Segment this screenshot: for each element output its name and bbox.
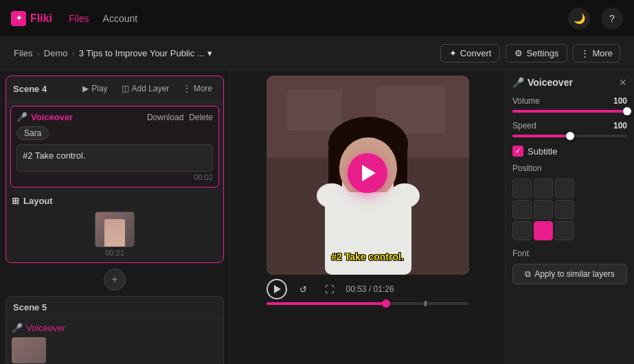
grid-icon: ⊞ (12, 196, 19, 206)
scene-5-thumbnail (12, 337, 46, 363)
progress-thumb[interactable] (382, 299, 390, 308)
help-icon-button[interactable]: ? (601, 8, 623, 30)
settings-button[interactable]: ⚙ Settings (506, 44, 567, 62)
play-button-large[interactable] (348, 153, 387, 193)
voiceover-panel-title: 🎤 Voiceover (512, 77, 573, 88)
pos-cell-bl[interactable] (512, 221, 532, 240)
scene-more-icon: ⋮ (183, 84, 191, 93)
svg-point-14 (389, 183, 420, 208)
close-panel-button[interactable]: ✕ (619, 78, 627, 87)
speed-row: Speed 100 (512, 121, 627, 130)
add-layer-icon: ◫ (122, 84, 129, 93)
play-icon (274, 285, 281, 293)
video-controls: ↺ ⛶ 00:53 / 01:26 (267, 279, 469, 299)
scene-5-card: Scene 5 🎤 Voiceover (5, 296, 224, 364)
nav-account[interactable]: Account (103, 10, 138, 27)
scene-4-header: Scene 4 ▶ Play ◫ Add Layer ⋮ More (6, 76, 223, 102)
svg-point-13 (317, 183, 347, 208)
voiceover-duration: 00:02 (16, 173, 213, 181)
right-panel: 🎤 Voiceover ✕ Volume 100 Speed 100 ✓ (505, 70, 634, 364)
scene-4-title: Scene 4 (13, 84, 73, 94)
progress-container[interactable] (267, 302, 469, 305)
subtitle-overlay: #2 Take control. (327, 250, 408, 264)
loop-button[interactable]: ↺ (294, 280, 313, 299)
fullscreen-button[interactable]: ⛶ (320, 280, 339, 299)
subtitle-row: ✓ Subtitle (512, 146, 627, 157)
breadcrumb-current[interactable]: 3 Tips to Improve Your Public ... ▾ (79, 48, 212, 58)
voiceover-delete-button[interactable]: Delete (189, 113, 213, 122)
logo-text: Fliki (30, 12, 52, 25)
layout-thumbnail[interactable] (95, 212, 135, 247)
subtitle-checkbox[interactable]: ✓ (512, 146, 523, 157)
time-display: 00:53 / 01:26 (346, 284, 394, 294)
moon-icon-button[interactable]: 🌙 (568, 8, 590, 30)
play-triangle-icon (362, 165, 376, 181)
subtitle-label: Subtitle (528, 146, 557, 157)
play-pause-button[interactable] (267, 279, 287, 299)
voiceover-header: 🎤 Voiceover Download Delete (16, 112, 213, 122)
convert-button[interactable]: ✦ Convert (440, 44, 501, 62)
pos-cell-mr[interactable] (555, 200, 574, 219)
plus-icon: + (111, 273, 117, 286)
breadcrumb-bar: Files › Demo › 3 Tips to Improve Your Pu… (0, 37, 634, 70)
speed-value: 100 (613, 121, 627, 130)
top-navigation: ✦ Fliki Files Account 🌙 ? (0, 0, 634, 37)
main-layout: Scene 4 ▶ Play ◫ Add Layer ⋮ More (0, 70, 634, 364)
pos-cell-bc[interactable] (534, 221, 553, 240)
progress-marker (424, 301, 427, 306)
copy-icon: ⧉ (525, 269, 531, 279)
speed-slider-thumb[interactable] (566, 132, 574, 140)
position-grid (512, 179, 627, 240)
position-label: Position (512, 163, 627, 173)
mic-panel-icon: 🎤 (512, 77, 524, 88)
layout-title: ⊞ Layout (12, 196, 218, 206)
scene-4-add-layer-button[interactable]: ◫ Add Layer (117, 82, 174, 95)
apply-similar-layers-button[interactable]: ⧉ Apply to similar layers (512, 264, 627, 284)
volume-value: 100 (613, 96, 627, 106)
volume-slider-thumb[interactable] (623, 107, 631, 115)
layout-preview: 00:21 (12, 212, 218, 257)
layout-thumb-inner (95, 212, 134, 247)
voice-tag[interactable]: Sara (16, 126, 49, 140)
mic-icon: 🎤 (16, 112, 27, 122)
scene-5-content: 🎤 Voiceover (6, 319, 223, 364)
voiceover-download-button[interactable]: Download (147, 113, 183, 122)
breadcrumb-sep-2: › (71, 48, 74, 58)
pos-cell-tr[interactable] (555, 179, 574, 198)
pos-cell-tc[interactable] (534, 179, 553, 198)
scene-4-layout-section: ⊞ Layout 00:21 (6, 192, 223, 262)
nav-files[interactable]: Files (69, 10, 89, 27)
speed-label: Speed (512, 121, 536, 130)
scene-4-more-button[interactable]: ⋮ More (179, 82, 216, 95)
layout-time: 00:21 (105, 249, 124, 257)
loop-icon: ↺ (299, 284, 307, 295)
scene-5-header: Scene 5 (6, 297, 223, 319)
breadcrumb-actions: ✦ Convert ⚙ Settings ⋮ More (440, 44, 620, 62)
speed-slider[interactable] (512, 135, 627, 137)
pos-cell-ml[interactable] (512, 200, 532, 219)
voiceover-actions: Download Delete (147, 113, 213, 122)
progress-fill (267, 302, 386, 305)
scene-4-card: Scene 4 ▶ Play ◫ Add Layer ⋮ More (5, 76, 224, 263)
logo[interactable]: ✦ Fliki (11, 11, 52, 26)
speed-slider-fill (512, 135, 570, 137)
more-button[interactable]: ⋮ More (573, 44, 620, 62)
add-scene-button[interactable]: + (104, 269, 126, 291)
logo-icon: ✦ (11, 11, 26, 26)
progress-track[interactable] (267, 302, 469, 305)
mic-icon-5: 🎤 (12, 323, 23, 333)
scene-4-play-button[interactable]: ▶ Play (78, 82, 111, 95)
voiceover-text[interactable]: #2 Take control. (16, 144, 213, 172)
breadcrumb-dropdown-icon: ▾ (207, 48, 212, 58)
breadcrumb-demo[interactable]: Demo (44, 48, 68, 58)
breadcrumb-files[interactable]: Files (14, 48, 32, 58)
pos-cell-mc[interactable] (534, 200, 553, 219)
left-panel: Scene 4 ▶ Play ◫ Add Layer ⋮ More (0, 70, 230, 364)
volume-label: Volume (512, 96, 540, 106)
center-panel: #2 Take control. ↺ ⛶ 00:53 / 01:26 (230, 70, 505, 364)
layout-figure (104, 219, 125, 247)
voiceover-panel-header: 🎤 Voiceover ✕ (512, 77, 627, 88)
pos-cell-br[interactable] (555, 221, 574, 240)
pos-cell-tl[interactable] (512, 179, 532, 198)
volume-slider[interactable] (512, 110, 627, 113)
